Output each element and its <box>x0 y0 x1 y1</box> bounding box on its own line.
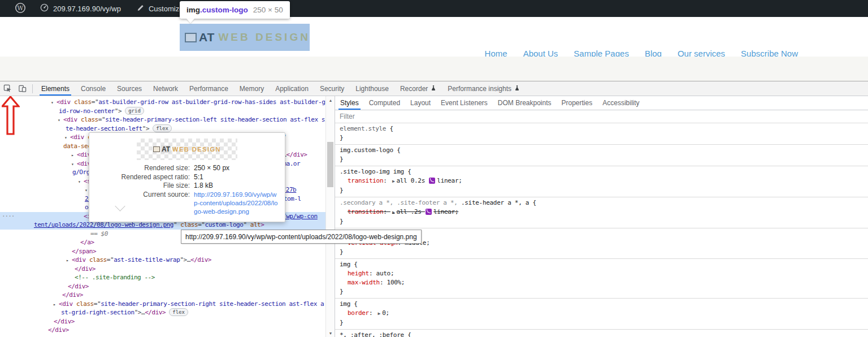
bezier-editor-icon[interactable] <box>426 209 432 215</box>
styles-tab-dom-breakpoints[interactable]: DOM Breakpoints <box>493 96 557 110</box>
devtools-tab-performance[interactable]: Performance <box>184 81 234 96</box>
devtools-tab-security[interactable]: Security <box>314 81 350 96</box>
dom-code-segment: id-row-no-center <box>59 107 115 115</box>
dom-tree-line[interactable]: id-row-no-center">grid <box>0 107 326 116</box>
styles-tab-properties[interactable]: Properties <box>557 96 598 110</box>
css-rule[interactable]: img.custom-logo {} <box>335 145 868 166</box>
preview-source-link[interactable]: http://209.97.169.90/vy/wp/wp-content/up… <box>194 191 279 216</box>
devtools-tab-network[interactable]: Network <box>147 81 184 96</box>
tab-label: Memory <box>240 85 264 93</box>
css-selector[interactable]: .secondary a *, .site-footer a *, .site-… <box>340 198 863 208</box>
grid-badge[interactable]: grid <box>125 107 144 115</box>
css-declaration[interactable]: border: ▶0; <box>340 309 863 318</box>
expand-arrow-open-icon[interactable]: ▾ <box>78 178 84 187</box>
dom-code-segment: "> <box>115 107 121 115</box>
preview-row-value: 250 × 50 px <box>194 164 229 173</box>
scrollbar-thumb[interactable] <box>327 142 333 187</box>
devtools-tab-elements[interactable]: Elements <box>36 81 75 96</box>
css-rule[interactable]: *, :after, :before {box-sizing: inherit;… <box>335 330 868 337</box>
dom-tree-line[interactable]: ▾<div class="ast-builder-grid-row ast-bu… <box>0 98 326 107</box>
dom-code-segment: =" <box>107 256 114 263</box>
css-declaration[interactable]: height: auto; <box>340 269 863 278</box>
dom-tree-line[interactable]: </div> <box>0 282 326 291</box>
css-selector[interactable]: element.style { <box>340 124 863 133</box>
admin-bar-customize[interactable]: Customize <box>133 0 186 17</box>
css-rule[interactable]: .site-logo-img img {transition: ▶all 0.2… <box>335 166 868 197</box>
inspect-highlight-overlay[interactable]: AT WEB DESIGN <box>180 24 310 51</box>
expand-arrow-closed-icon[interactable]: ▸ <box>66 256 72 265</box>
wp-logo-menu[interactable]: W <box>11 0 29 17</box>
expand-arrow-closed-icon[interactable]: ▸ <box>53 300 59 309</box>
devtools-tab-memory[interactable]: Memory <box>234 81 270 96</box>
expand-arrow-open-icon[interactable]: ▾ <box>51 98 57 107</box>
expand-arrow-closed-icon[interactable]: ▸ <box>71 151 77 160</box>
css-selector[interactable]: img.custom-logo { <box>340 146 863 155</box>
dom-tree-line[interactable]: ▾<div class="site-header-primary-section… <box>0 115 326 124</box>
site-logo-suffix: WEB DESIGN <box>218 31 310 44</box>
dom-code-segment: =" <box>198 221 205 228</box>
styles-filter-bar[interactable]: Filter <box>335 110 868 123</box>
css-property-value: linear <box>437 177 458 184</box>
css-selector[interactable]: img { <box>340 260 863 269</box>
shorthand-expand-icon[interactable]: ▶ <box>392 210 395 215</box>
devtools-tab-lighthouse[interactable]: Lighthouse <box>350 81 394 96</box>
dom-code-segment: </span> <box>72 248 96 255</box>
css-selector[interactable]: *, :after, :before { <box>340 331 863 337</box>
dom-tree-line[interactable]: </div> <box>0 265 326 274</box>
admin-bar-site-link[interactable]: 209.97.169.90/vy/wp <box>36 0 124 17</box>
css-rule[interactable]: img {height: auto;max-width: 100%;} <box>335 259 868 299</box>
site-page-body <box>0 57 868 81</box>
dom-tree-line[interactable]: st-grid-right-section">…</div>flex <box>0 308 326 317</box>
styles-tab-computed[interactable]: Computed <box>364 96 405 110</box>
dom-code-segment: == $0 <box>90 230 108 237</box>
css-selector[interactable]: img { <box>340 300 863 309</box>
styles-filter-input[interactable]: Filter <box>340 113 355 120</box>
styles-tab-layout[interactable]: Layout <box>405 96 436 110</box>
expand-arrow-open-icon[interactable]: ▾ <box>64 133 70 142</box>
css-rule[interactable]: .secondary a *, .site-footer a *, .site-… <box>335 197 868 228</box>
dom-tree-line[interactable]: </span> <box>0 247 326 256</box>
dom-tree-line[interactable]: </div> <box>0 326 326 335</box>
shorthand-expand-icon[interactable]: ▶ <box>378 311 381 316</box>
css-property-value: auto <box>376 270 390 277</box>
css-declaration[interactable]: max-width: 100%; <box>340 278 863 287</box>
pencil-icon <box>137 4 145 14</box>
shorthand-expand-icon[interactable]: ▶ <box>392 179 395 184</box>
flex-badge[interactable]: flex <box>153 124 172 132</box>
devtools-tab-sources[interactable]: Sources <box>111 81 147 96</box>
dom-tree-line[interactable]: te-header-section-left">flex <box>0 124 326 133</box>
inspect-element-icon[interactable] <box>0 81 15 96</box>
dom-gutter-marker-icon: ···· <box>2 212 15 221</box>
dom-code-segment: =" <box>94 300 101 308</box>
elements-scrollbar[interactable]: ▲ ▼ <box>326 96 335 337</box>
devtools-tab-recorder[interactable]: Recorder <box>394 81 442 96</box>
css-declaration[interactable]: transition: ▶all 0.2s linear; <box>340 176 863 186</box>
devtools-tab-application[interactable]: Application <box>270 81 314 96</box>
css-rule[interactable]: img {border: ▶0;} <box>335 299 868 330</box>
css-rule[interactable]: element.style {} <box>335 123 868 145</box>
styles-tab-accessibility[interactable]: Accessibility <box>597 96 644 110</box>
dom-tree-line[interactable]: </div> <box>0 291 326 300</box>
dom-tree-line[interactable]: ▸<div class="ast-site-title-wrap">…</div… <box>0 256 326 265</box>
dom-tree-line[interactable]: <!-- .site-branding --> <box>0 273 326 282</box>
tab-label: Security <box>320 85 344 93</box>
dom-tree-line[interactable]: ▸<div class="site-header-primary-section… <box>0 300 326 309</box>
device-toolbar-icon[interactable] <box>15 81 29 96</box>
dom-code-segment: </a> <box>80 239 94 246</box>
devtools-tab-console[interactable]: Console <box>75 81 111 96</box>
dom-tree-line[interactable]: </div> <box>0 317 326 326</box>
expand-arrow-open-icon[interactable]: ▾ <box>58 116 63 125</box>
scrollbar-up-icon[interactable]: ▲ <box>326 96 335 104</box>
bezier-editor-icon[interactable] <box>429 178 435 184</box>
expand-arrow-open-icon[interactable]: ▾ <box>71 160 77 169</box>
dom-code-segment: </div> <box>75 265 96 273</box>
styles-tab-styles[interactable]: Styles <box>335 96 364 110</box>
css-selector[interactable]: .site-logo-img img { <box>340 167 863 176</box>
dom-code-segment: > <box>261 221 264 228</box>
css-declaration[interactable]: transition: ▶all .2s linear; <box>340 208 863 217</box>
selector-text: img.custom-logo <box>340 146 393 154</box>
flex-badge[interactable]: flex <box>169 308 188 316</box>
devtools-tab-performance-insights[interactable]: Performance insights <box>442 81 526 96</box>
styles-tab-event-listeners[interactable]: Event Listeners <box>436 96 493 110</box>
scrollbar-down-icon[interactable]: ▼ <box>326 329 335 337</box>
